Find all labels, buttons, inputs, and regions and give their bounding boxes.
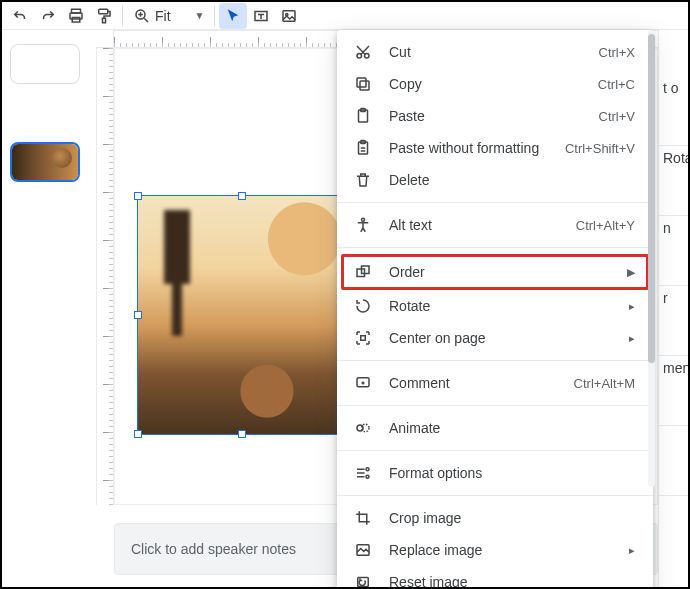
format-options-icon — [353, 463, 373, 483]
svg-point-12 — [357, 54, 362, 59]
undo-button[interactable] — [6, 3, 34, 29]
paste-icon — [353, 106, 373, 126]
context-menu: Cut Ctrl+X Copy Ctrl+C Paste Ctrl+V Past… — [337, 30, 653, 589]
cut-icon — [353, 42, 373, 62]
menu-label: Alt text — [389, 217, 576, 233]
menu-scrollbar-thumb[interactable] — [648, 34, 655, 363]
paint-format-button[interactable] — [90, 3, 118, 29]
menu-separator — [337, 247, 653, 248]
menu-format-options[interactable]: Format options — [337, 457, 653, 489]
menu-separator — [337, 495, 653, 496]
slide-thumb-1[interactable] — [10, 44, 80, 84]
copy-icon — [353, 74, 373, 94]
vertical-ruler[interactable] — [96, 48, 114, 505]
menu-label: Delete — [389, 172, 635, 188]
speaker-notes-placeholder: Click to add speaker notes — [131, 541, 296, 557]
menu-label: Comment — [389, 375, 574, 391]
svg-point-27 — [366, 468, 369, 471]
menu-label: Order — [389, 264, 621, 280]
menu-cut[interactable]: Cut Ctrl+X — [337, 36, 653, 68]
zoom-dropdown[interactable]: Fit ▼ — [127, 3, 210, 29]
menu-shortcut: Ctrl+X — [599, 45, 635, 60]
zoom-level-label: Fit — [155, 8, 171, 24]
format-sidebar-fragment: t o Rota n r men — [658, 30, 688, 587]
slide-thumb-2[interactable] — [10, 142, 80, 182]
menu-shortcut: Ctrl+Alt+Y — [576, 218, 635, 233]
side-frag: r — [659, 286, 688, 356]
menu-shortcut: Ctrl+Shift+V — [565, 141, 635, 156]
menu-label: Format options — [389, 465, 635, 481]
svg-point-28 — [366, 475, 369, 478]
submenu-arrow-icon: ▶ — [627, 266, 635, 279]
side-frag: n — [659, 216, 688, 286]
menu-reset-image[interactable]: Reset image — [337, 566, 653, 589]
menu-label: Animate — [389, 420, 635, 436]
menu-separator — [337, 360, 653, 361]
menu-order[interactable]: Order ▶ — [337, 254, 653, 290]
submenu-arrow-icon: ▸ — [629, 544, 635, 557]
menu-delete[interactable]: Delete — [337, 164, 653, 196]
menu-copy[interactable]: Copy Ctrl+C — [337, 68, 653, 100]
toolbar-separator — [214, 6, 215, 26]
menu-label: Center on page — [389, 330, 623, 346]
print-button[interactable] — [62, 3, 90, 29]
menu-label: Reset image — [389, 574, 635, 589]
svg-point-13 — [365, 54, 370, 59]
side-frag: Rota — [659, 146, 688, 216]
resize-handle-bot-mid[interactable] — [238, 430, 246, 438]
chevron-down-icon: ▼ — [195, 10, 205, 21]
crop-icon — [353, 508, 373, 528]
menu-separator — [337, 450, 653, 451]
menu-center-on-page[interactable]: Center on page ▸ — [337, 322, 653, 354]
menu-alt-text[interactable]: Alt text Ctrl+Alt+Y — [337, 209, 653, 241]
menu-label: Paste — [389, 108, 599, 124]
menu-shortcut: Ctrl+Alt+M — [574, 376, 635, 391]
animate-icon — [353, 418, 373, 438]
menu-comment[interactable]: Comment Ctrl+Alt+M — [337, 367, 653, 399]
resize-handle-bot-left[interactable] — [134, 430, 142, 438]
menu-label: Replace image — [389, 542, 623, 558]
toolbar-separator — [122, 6, 123, 26]
menu-rotate[interactable]: Rotate ▸ — [337, 290, 653, 322]
submenu-arrow-icon: ▸ — [629, 300, 635, 313]
accessibility-icon — [353, 215, 373, 235]
replace-image-icon — [353, 540, 373, 560]
svg-rect-4 — [103, 18, 106, 23]
menu-paste[interactable]: Paste Ctrl+V — [337, 100, 653, 132]
menu-paste-without-formatting[interactable]: Paste without formatting Ctrl+Shift+V — [337, 132, 653, 164]
menu-separator — [337, 405, 653, 406]
image-tool-button[interactable] — [275, 3, 303, 29]
zoom-icon — [133, 7, 151, 25]
resize-handle-top-left[interactable] — [134, 192, 142, 200]
menu-label: Cut — [389, 44, 599, 60]
paste-plain-icon — [353, 138, 373, 158]
select-tool-button[interactable] — [219, 3, 247, 29]
submenu-arrow-icon: ▸ — [629, 332, 635, 345]
redo-button[interactable] — [34, 3, 62, 29]
order-icon — [353, 262, 373, 282]
menu-label: Crop image — [389, 510, 635, 526]
svg-point-20 — [362, 218, 365, 221]
menu-label: Paste without formatting — [389, 140, 565, 156]
delete-icon — [353, 170, 373, 190]
svg-rect-3 — [99, 9, 108, 14]
menu-separator — [337, 202, 653, 203]
side-frag: men — [659, 356, 688, 426]
resize-handle-mid-left[interactable] — [134, 311, 142, 319]
textbox-tool-button[interactable] — [247, 3, 275, 29]
rotate-icon — [353, 296, 373, 316]
slide-thumbnails — [2, 30, 86, 587]
menu-replace-image[interactable]: Replace image ▸ — [337, 534, 653, 566]
toolbar: Fit ▼ — [2, 2, 688, 30]
menu-shortcut: Ctrl+V — [599, 109, 635, 124]
svg-rect-15 — [357, 78, 366, 87]
slide-thumb-image — [12, 144, 78, 180]
selected-image[interactable] — [137, 195, 347, 435]
menu-scrollbar[interactable] — [648, 30, 655, 487]
resize-handle-top-mid[interactable] — [238, 192, 246, 200]
side-frag — [659, 496, 688, 566]
menu-crop-image[interactable]: Crop image — [337, 502, 653, 534]
menu-animate[interactable]: Animate — [337, 412, 653, 444]
svg-line-6 — [144, 18, 148, 22]
menu-label: Rotate — [389, 298, 623, 314]
